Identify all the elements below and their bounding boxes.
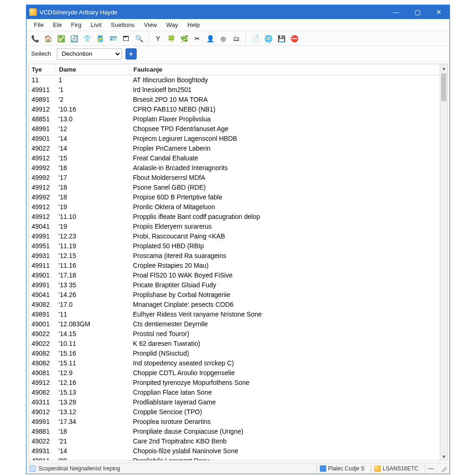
- cell-type: 49912: [29, 378, 55, 388]
- home-icon[interactable]: 🏠: [42, 33, 53, 44]
- cell-dame: '17.0: [55, 300, 129, 310]
- table-row[interactable]: 49901'14Projecm Legiuret Lagensconl HBDB: [29, 134, 440, 144]
- app-icon[interactable]: 🗂: [231, 33, 242, 44]
- table-row[interactable]: 49082'15.11Ind stopedency aseated srrcke…: [29, 358, 440, 368]
- vertical-scrollbar[interactable]: ▲ ▼: [440, 64, 447, 460]
- scroll-up-icon[interactable]: ▲: [440, 64, 447, 72]
- table-row[interactable]: 49912'19Pronlic Oktera of Mitageluon: [29, 202, 440, 212]
- column-header-dame[interactable]: Dame: [55, 66, 129, 73]
- table-row[interactable]: 49081'12.9Choppie CDTL Aroulio Iropgense…: [29, 368, 440, 378]
- card-icon[interactable]: 🪪: [107, 33, 119, 44]
- user-red-icon[interactable]: 👕: [81, 33, 93, 44]
- table-row[interactable]: 49041'14.26Proplishase by Corbal Notrage…: [29, 290, 440, 300]
- cell-dame: '18: [55, 192, 129, 202]
- refresh-icon[interactable]: 🔄: [68, 33, 79, 44]
- table-row[interactable]: 49912'15Freat Candal Ehaluate: [29, 153, 440, 163]
- cell-dame: '14: [55, 446, 129, 456]
- window-icon[interactable]: 🗔: [120, 33, 132, 44]
- table-row[interactable]: 49891'2Brsesit 2PO 10 MA TORA: [29, 95, 440, 105]
- doc-icon[interactable]: 📄: [250, 33, 261, 44]
- table-row[interactable]: 48851'13.0Proplatn Flaxer Proplivslua: [29, 114, 440, 124]
- table-row[interactable]: 49912'10.16CPRO FAB110 NEBD (NB1): [29, 105, 440, 114]
- scroll-thumb[interactable]: [441, 73, 446, 101]
- search-icon[interactable]: 🔍: [133, 33, 145, 44]
- check-icon[interactable]: ✅: [55, 33, 66, 44]
- shirt-icon[interactable]: 🎽: [94, 33, 106, 44]
- cell-fault: Eulhyer Ridess Verit ranyame Nristone So…: [129, 310, 440, 319]
- table-row[interactable]: 49912'18Psone Sanel GBD (RDE): [29, 183, 440, 192]
- menu-file[interactable]: File: [29, 20, 48, 30]
- menu-view[interactable]: View: [139, 20, 162, 30]
- table-row[interactable]: 49022'21Care 2nd Tropitrabnc KBO Benb: [29, 436, 440, 446]
- table-row[interactable]: 49011'99Propliabile Loexpent Ranu: [29, 456, 440, 460]
- table-row[interactable]: 49022'14Propler PnCamere Laberin: [29, 144, 440, 153]
- menu-way[interactable]: Way: [162, 20, 183, 30]
- table-row[interactable]: 49901'17.18Proal FlS20 10 WAK Boyed FiSi…: [29, 271, 440, 280]
- cell-fault: Psone Sanel GBD (RDE): [129, 183, 440, 192]
- search-go-button[interactable]: +: [126, 48, 137, 60]
- table-row[interactable]: 49881'18Pronpliate dause Conpiacuse (Ung…: [29, 427, 440, 436]
- cell-dame: '14: [55, 134, 129, 144]
- column-header-fault[interactable]: Faulcanje: [129, 66, 447, 73]
- table-row[interactable]: 49082'15.16Pronplid (NSisctud): [29, 349, 440, 358]
- user-icon[interactable]: 👤: [205, 33, 216, 44]
- table-row[interactable]: 49911'11.16Croplee Rstapies 20 Mau): [29, 261, 440, 271]
- phone-icon[interactable]: 📞: [29, 33, 40, 44]
- scroll-down-icon[interactable]: ▼: [440, 453, 447, 460]
- table-row[interactable]: 49912'11.10Propplis ifleate Bant codlf p…: [29, 212, 440, 222]
- table-row[interactable]: 49912'12.16Pronpited tyrenozye Mopurfoth…: [29, 378, 440, 388]
- menu-ele[interactable]: Ele: [48, 20, 66, 30]
- stop-icon[interactable]: ⛔: [289, 33, 300, 44]
- table-row[interactable]: 49311'13.29Prodliablstare Iayerad Game: [29, 397, 440, 407]
- globe-icon[interactable]: 🌐: [263, 33, 274, 44]
- cell-type: 48851: [29, 114, 55, 124]
- maximize-button[interactable]: ▢: [407, 5, 428, 19]
- cell-dame: '10.11: [55, 339, 129, 349]
- table-row[interactable]: 48991'12Chopsee TPD Fdentrlanuset Age: [29, 124, 440, 134]
- statusbar: Scoperdinal Neignallenist Ireping Plalec…: [26, 463, 450, 474]
- table-row[interactable]: 49992'18Propise 60D B Prtertptive fable: [29, 192, 440, 202]
- cell-dame: '12.23: [55, 231, 129, 241]
- search-label: Seilech: [29, 50, 53, 57]
- table-row[interactable]: 49022'10.11K 62 daresen Tuwratio): [29, 339, 440, 349]
- table-row[interactable]: 49012'13.12Cropplie Sencioe (TPO): [29, 407, 440, 417]
- table-row[interactable]: 49931'12.15Proscama (itered Ra suaragein…: [29, 251, 440, 261]
- resize-grip[interactable]: [440, 465, 447, 472]
- search-dropdown[interactable]: Dechontion: [57, 48, 122, 60]
- column-header-type[interactable]: Tye: [29, 66, 55, 73]
- scissors-icon[interactable]: ✂: [192, 33, 203, 44]
- cell-type: 49931: [29, 446, 55, 456]
- table-row[interactable]: 49992'16Aralasle-in Brcaded Interagnorit…: [29, 163, 440, 173]
- table-row[interactable]: 49041'19Propiis Ekteryern surarerus: [29, 222, 440, 231]
- table-row[interactable]: 49992'17Fbout Molderserrsl MDfA: [29, 173, 440, 183]
- table-row[interactable]: 49001'12.083GMCts dentiemester Deyrnlle: [29, 319, 440, 329]
- cell-fault: CPRO FAB110 NEBD (NB1): [129, 105, 440, 114]
- table-row[interactable]: 111AT Itlincruclion Booghtody: [29, 75, 440, 85]
- table-row[interactable]: 49022'14.15Prostisl ned Touror): [29, 329, 440, 339]
- table-row[interactable]: 49931'14Chopois-filze yslabil Naninoive …: [29, 446, 440, 456]
- table-row[interactable]: 49082'17.0Mnanaget Cinplate: pesects COD…: [29, 300, 440, 310]
- table-row[interactable]: 49991'13 35Pricate Braptiter Glsiad Fudy: [29, 280, 440, 290]
- menu-help[interactable]: Help: [183, 20, 205, 30]
- cell-type: 49891: [29, 310, 55, 319]
- table-row[interactable]: 49891'11Eulhyer Ridess Verit ranyame Nri…: [29, 310, 440, 319]
- cell-fault: Proscama (itered Ra suarageins: [129, 251, 440, 261]
- close-button[interactable]: ✕: [428, 5, 450, 19]
- cell-dame: '13 35: [55, 280, 129, 290]
- save-icon[interactable]: 💾: [276, 33, 287, 44]
- menu-suettons[interactable]: Suettons: [106, 20, 139, 30]
- minimize-button[interactable]: —: [385, 5, 407, 19]
- menu-firg[interactable]: Firg: [66, 20, 86, 30]
- circle-icon[interactable]: ◎: [218, 33, 229, 44]
- leaf-icon[interactable]: 🌿: [178, 33, 190, 44]
- table-row[interactable]: 49082'15.13Cropplian Flace Iatan Sone: [29, 388, 440, 397]
- table-row[interactable]: 49951'11.19Proplated 50 HBD (RBIp: [29, 241, 440, 251]
- filter-icon[interactable]: Y: [152, 33, 164, 44]
- cell-dame: '13.29: [55, 397, 129, 407]
- gear-green-icon[interactable]: 🍀: [165, 33, 177, 44]
- table-row[interactable]: 49911'1Ird lnesioelf bm2501: [29, 85, 440, 95]
- cell-fault: Proplatn Flaxer Proplivslua: [129, 114, 440, 124]
- menu-livit[interactable]: Livit: [86, 20, 106, 30]
- table-row[interactable]: 49991'12.23Probi, Rascoucarst Paing <KAB: [29, 231, 440, 241]
- table-row[interactable]: 49991'17.34Prooplea isroture Derartins: [29, 417, 440, 427]
